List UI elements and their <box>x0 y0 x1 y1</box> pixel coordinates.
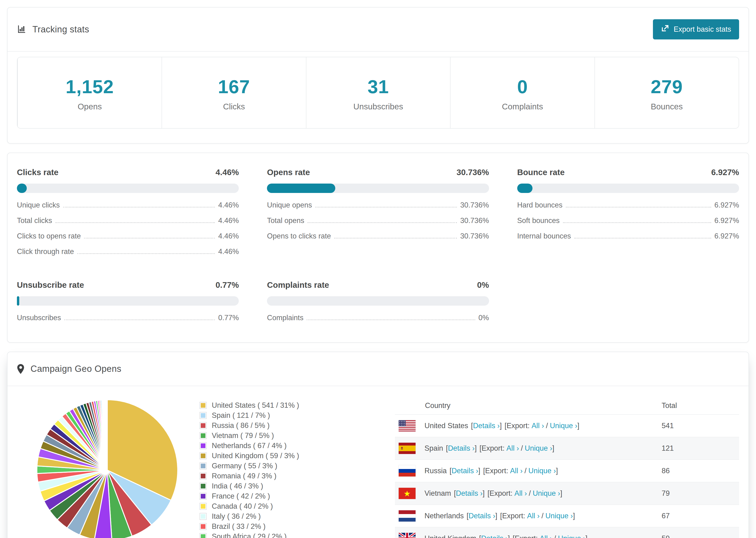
rate-detail-value: 30.736% <box>460 201 489 209</box>
rate-value: 30.736% <box>457 168 489 177</box>
rate-detail-label: Total clicks <box>17 216 52 225</box>
summary-stat-value: 1,152 <box>18 76 162 98</box>
progress-bar-fill <box>517 184 532 193</box>
legend-swatch <box>200 534 206 538</box>
rate-detail-rows: Hard bounces 6.927% Soft bounces 6.927% <box>517 201 739 241</box>
export-label: Export: <box>490 489 513 497</box>
geo-legend: United States ( 541 / 31% )Spain ( 121 /… <box>200 394 395 538</box>
legend-swatch <box>200 453 206 459</box>
export-unique-link[interactable]: Unique › <box>550 422 577 430</box>
legend-swatch <box>200 443 206 449</box>
legend-item: India ( 46 / 3% ) <box>200 481 395 491</box>
country-cell: United Kingdom[Details ›][Export:All ›/U… <box>424 534 653 538</box>
rate-detail-row: Clicks to opens rate 4.46% <box>17 232 239 241</box>
progress-bar <box>267 184 489 193</box>
legend-item: Germany ( 55 / 3% ) <box>200 461 395 471</box>
progress-bar-fill <box>17 296 19 306</box>
legend-label: Canada ( 40 / 2% ) <box>212 502 273 511</box>
rate-detail-row: Total clicks 4.46% <box>17 216 239 225</box>
export-unique-link[interactable]: Unique › <box>525 444 552 452</box>
rate-detail-row: Hard bounces 6.927% <box>517 201 739 209</box>
export-all-link[interactable]: All › <box>514 489 527 497</box>
legend-item: Romania ( 49 / 3% ) <box>200 471 395 481</box>
country-name: United Kingdom <box>424 534 476 538</box>
tracking-stats-card: Tracking stats Export basic stats 1,152 … <box>7 7 749 144</box>
table-row: United States[Details ›][Export:All ›/Un… <box>395 414 739 437</box>
legend-item: South Africa ( 29 / 2% ) <box>200 531 395 538</box>
export-unique-link[interactable]: Unique › <box>533 489 560 497</box>
rate-section-header: Bounce rate 6.927% <box>517 168 739 177</box>
rate-detail-rows: Complaints 0% <box>267 314 489 322</box>
details-link[interactable]: Details › <box>469 512 495 520</box>
country-name: United States <box>424 422 468 430</box>
country-name: Russia <box>424 467 447 475</box>
export-label: Export: <box>482 444 505 452</box>
rate-section: Complaints rate 0% Complaints 0% <box>267 280 489 322</box>
dotted-leader <box>84 238 215 239</box>
summary-stat-cell: 167 Clicks <box>162 57 306 128</box>
summary-stat-label: Opens <box>18 102 162 111</box>
flag-nl-icon <box>399 510 415 521</box>
legend-label: Spain ( 121 / 7% ) <box>212 411 270 420</box>
map-pin-icon <box>17 364 25 374</box>
export-unique-link[interactable]: Unique › <box>558 534 585 538</box>
rate-section: Unsubscribe rate 0.77% Unsubscribes 0.77… <box>17 280 239 322</box>
flag-vn-icon <box>399 488 415 499</box>
export-all-link[interactable]: All › <box>531 422 544 430</box>
details-link[interactable]: Details › <box>452 467 478 475</box>
legend-item: United States ( 541 / 31% ) <box>200 400 395 410</box>
rate-section-header: Clicks rate 4.46% <box>17 168 239 177</box>
legend-swatch <box>200 402 206 408</box>
progress-bar <box>267 296 489 306</box>
flag-gb-icon <box>399 533 415 538</box>
rate-detail-rows: Unsubscribes 0.77% <box>17 314 239 322</box>
rate-detail-value: 6.927% <box>715 216 739 225</box>
legend-item: Netherlands ( 67 / 4% ) <box>200 441 395 451</box>
rate-section-header: Complaints rate 0% <box>267 280 489 290</box>
summary-stats-row: 1,152 Opens 167 Clicks 31 Unsubscribes 0… <box>17 57 739 129</box>
summary-stat-value: 31 <box>306 76 450 98</box>
details-link[interactable]: Details › <box>481 534 508 538</box>
progress-bar-fill <box>267 184 335 193</box>
legend-swatch <box>200 473 206 479</box>
rate-detail-value: 4.46% <box>218 201 239 209</box>
rate-detail-label: Complaints <box>267 314 303 322</box>
rate-detail-value: 6.927% <box>715 232 739 241</box>
export-unique-link[interactable]: Unique › <box>528 467 556 475</box>
rate-value: 0.77% <box>216 280 239 290</box>
legend-label: Netherlands ( 67 / 4% ) <box>212 442 287 450</box>
export-all-link[interactable]: All › <box>510 467 523 475</box>
country-total: 121 <box>662 444 739 453</box>
rate-detail-label: Opens to clicks rate <box>267 232 331 241</box>
details-link[interactable]: Details › <box>448 444 475 452</box>
tracking-stats-header: Tracking stats Export basic stats <box>8 8 748 52</box>
country-cell: Netherlands[Details ›][Export:All ›/Uniq… <box>424 512 653 520</box>
rate-detail-label: Clicks to opens rate <box>17 232 81 241</box>
dotted-leader <box>307 222 457 223</box>
export-basic-stats-button[interactable]: Export basic stats <box>653 19 739 39</box>
dotted-leader <box>315 207 457 207</box>
country-cell: Vietnam[Details ›][Export:All ›/Unique ›… <box>424 489 653 498</box>
details-link[interactable]: Details › <box>473 422 500 430</box>
export-unique-link[interactable]: Unique › <box>545 512 573 520</box>
pie-chart-svg <box>34 398 180 538</box>
legend-swatch <box>200 523 206 529</box>
rate-detail-rows: Unique clicks 4.46% Total clicks 4.46% <box>17 201 239 256</box>
legend-label: Germany ( 55 / 3% ) <box>212 462 277 470</box>
rate-detail-label: Total opens <box>267 216 304 225</box>
country-column-header: Country <box>425 402 662 410</box>
rate-value: 6.927% <box>711 168 739 177</box>
progress-bar <box>17 296 239 306</box>
details-link[interactable]: Details › <box>456 489 483 497</box>
rate-detail-value: 0.77% <box>218 314 239 322</box>
dotted-leader <box>334 238 457 239</box>
export-all-link[interactable]: All › <box>507 444 519 452</box>
export-all-link[interactable]: All › <box>540 534 552 538</box>
rate-detail-rows: Unique opens 30.736% Total opens 30.736% <box>267 201 489 241</box>
flag-es-icon <box>399 443 415 454</box>
rate-detail-label: Soft bounces <box>517 216 560 225</box>
rate-section-header: Unsubscribe rate 0.77% <box>17 280 239 290</box>
dotted-leader <box>63 207 215 207</box>
legend-label: Russia ( 86 / 5% ) <box>212 421 270 430</box>
export-all-link[interactable]: All › <box>527 512 540 520</box>
